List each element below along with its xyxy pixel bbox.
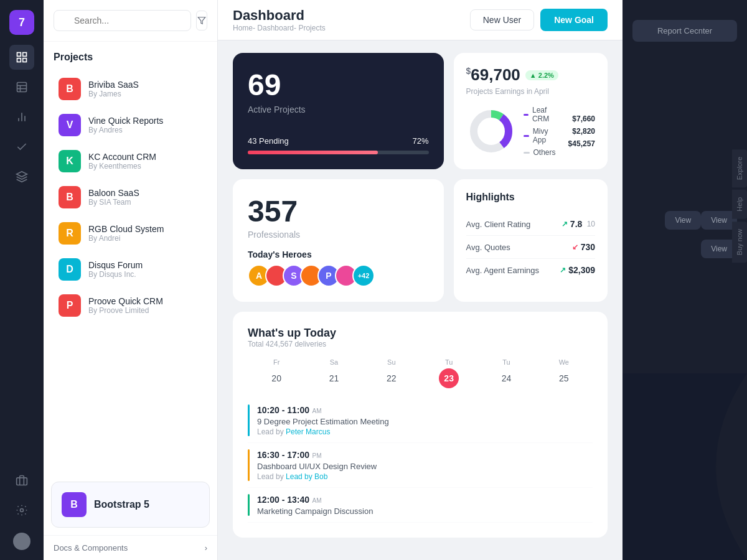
event-lead: Lead by Peter Marcus — [257, 427, 389, 436]
svg-rect-3 — [23, 58, 27, 62]
event-name: Dashboard UI/UX Design Review — [257, 462, 377, 471]
breadcrumb-nav: Home- Dashboard- Projects — [233, 24, 326, 32]
help-tab[interactable]: Help — [732, 190, 747, 219]
calendar-day[interactable]: We 25 — [535, 358, 593, 388]
event-name: Marketing Campaign Discussion — [257, 506, 373, 516]
donut-chart — [466, 106, 516, 156]
view-button-2[interactable]: View — [665, 211, 701, 230]
row-1: 69 Active Projects 43 Pending 72% $69,7 — [233, 53, 608, 169]
day-number[interactable]: 21 — [324, 368, 344, 388]
up-trend-icon: ↗ — [560, 266, 566, 274]
new-goal-button[interactable]: New Goal — [540, 9, 608, 31]
legend-leaf: Leaf CRM — [524, 106, 561, 123]
legend-others: Others — [524, 148, 561, 157]
highlight-label: Avg. Agent Earnings — [466, 266, 540, 275]
leaf-val: $7,660 — [568, 114, 595, 123]
project-info: Briviba SaaS By James — [88, 80, 139, 98]
sidebar-chart-icon[interactable] — [9, 105, 34, 129]
filter-button[interactable] — [196, 11, 207, 30]
event-time: 16:30 - 17:00 — [257, 450, 309, 460]
event-person-link[interactable]: Peter Marcus — [286, 427, 330, 436]
leaf-label: Leaf CRM — [532, 106, 561, 123]
project-item[interactable]: K KC Account CRM By Keenthemes — [49, 144, 212, 179]
sidebar-table-icon[interactable] — [9, 75, 34, 100]
search-bar: 🔍 — [44, 0, 217, 42]
project-item[interactable]: B Briviba SaaS By James — [49, 72, 212, 106]
day-number[interactable]: 20 — [266, 368, 286, 388]
day-number[interactable]: 24 — [496, 368, 516, 388]
calendar-day[interactable]: Fr 20 — [248, 358, 305, 388]
projects-title: Projects — [44, 42, 217, 68]
project-item[interactable]: V Vine Quick Reports By Andres — [49, 108, 212, 142]
event-time: 10:20 - 11:00 — [257, 405, 309, 415]
event-details: 16:30 - 17:00 PM Dashboard UI/UX Design … — [257, 449, 377, 481]
main-content: Dashboard Home- Dashboard- Projects New … — [218, 0, 622, 560]
day-name: Fr — [273, 358, 280, 366]
calendar-day[interactable]: Tu 24 — [477, 358, 535, 388]
report-center-button[interactable]: Report Cecnter — [632, 20, 737, 42]
mivy-val: $2,820 — [568, 127, 595, 136]
event-lead: Lead by Lead by Bob — [257, 472, 377, 481]
svg-rect-1 — [23, 53, 27, 57]
leaf-dot — [524, 114, 529, 116]
search-input[interactable] — [54, 10, 191, 31]
highlight-row: Avg. Agent Earnings ↗ $2,309 — [466, 259, 596, 281]
day-number[interactable]: 23 — [439, 368, 459, 388]
user-badge[interactable]: 7 — [9, 10, 34, 35]
project-item[interactable]: R RGB Cloud System By Andrei — [49, 216, 212, 251]
earnings-header: $69,700 ▲ 2.2% — [466, 65, 596, 85]
calendar-day[interactable]: Tu 23 — [420, 358, 477, 388]
pending-label: 43 Pending — [248, 136, 289, 146]
event-time-row: 12:00 - 13:40 AM — [257, 494, 373, 505]
project-by: By Andres — [88, 126, 163, 134]
event-time: 12:00 - 13:40 — [257, 495, 309, 505]
sidebar-check-icon[interactable] — [9, 134, 34, 159]
project-by: By James — [88, 90, 139, 98]
day-number[interactable]: 22 — [382, 368, 402, 388]
sidebar-dashboard-icon[interactable] — [9, 45, 34, 70]
promo-card[interactable]: B Bootstrap 5 — [51, 482, 210, 528]
project-item[interactable]: D Disqus Forum By Disqus Inc. — [49, 252, 212, 287]
sidebar-layers-icon[interactable] — [9, 164, 34, 189]
earnings-card: $69,700 ▲ 2.2% Projects Earnings in Apri… — [454, 53, 608, 169]
mivy-dot — [524, 135, 529, 137]
sidebar-settings-icon[interactable] — [9, 498, 34, 523]
project-list: B Briviba SaaS By James V Vine Quick Rep… — [44, 68, 217, 474]
day-name: Su — [387, 358, 395, 366]
svg-rect-4 — [17, 83, 27, 92]
project-name: RGB Cloud System — [88, 224, 164, 234]
project-item[interactable]: P Proove Quick CRM By Proove Limited — [49, 288, 212, 323]
progress-bar — [248, 151, 429, 154]
events-list: 10:20 - 11:00 AM 9 Degree Project Estima… — [248, 398, 593, 523]
project-icon: P — [59, 294, 81, 317]
docs-link[interactable]: Docs & Components › — [44, 535, 217, 560]
event-ampm: AM — [312, 408, 322, 414]
user-avatar-small[interactable] — [13, 533, 31, 550]
project-info: Disqus Forum By Disqus Inc. — [88, 260, 143, 279]
progress-info: 43 Pending 72% — [248, 136, 429, 146]
search-wrap: 🔍 — [54, 10, 191, 31]
professionals-card: 357 Professionals Today's Heroes ASP+42 — [233, 179, 444, 302]
dashboard-grid: 69 Active Projects 43 Pending 72% $69,7 — [218, 40, 622, 560]
up-trend-icon: ↗ — [561, 220, 568, 228]
sidebar-briefcase-icon[interactable] — [9, 468, 34, 493]
day-name: Tu — [445, 358, 453, 366]
new-user-button[interactable]: New User — [470, 9, 534, 30]
calendar-day[interactable]: Su 22 — [363, 358, 420, 388]
event-bar — [248, 404, 250, 436]
project-info: Baloon SaaS By SIA Team — [88, 188, 139, 207]
highlight-row: Avg. Client Rating ↗ 7.8 10 — [466, 213, 596, 236]
explore-tab[interactable]: Explore — [732, 149, 747, 187]
project-item[interactable]: B Baloon SaaS By SIA Team — [49, 180, 212, 215]
heroes-section: Today's Heroes ASP+42 — [248, 250, 429, 287]
calendar-day[interactable]: Sa 21 — [305, 358, 362, 388]
project-by: By Disqus Inc. — [88, 270, 143, 279]
buy-now-tab[interactable]: Buy now — [732, 222, 747, 263]
bootstrap-icon: B — [62, 492, 87, 517]
project-icon: B — [59, 186, 81, 208]
project-by: By Andrei — [88, 234, 164, 243]
pending-row: 43 Pending 72% — [248, 136, 429, 154]
day-name: We — [559, 358, 569, 366]
event-person-link[interactable]: Lead by Bob — [286, 472, 327, 481]
day-number[interactable]: 25 — [554, 368, 574, 388]
